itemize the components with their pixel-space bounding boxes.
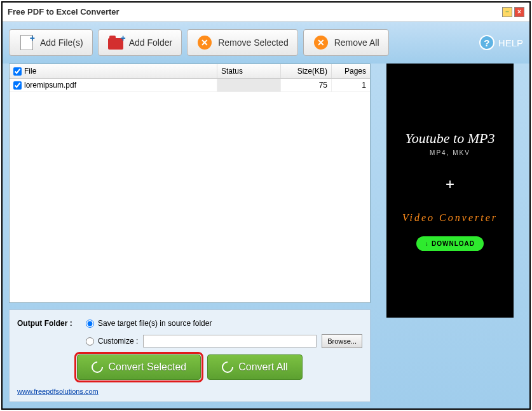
customize-label: Customize : <box>98 337 138 346</box>
ad-subtitle: MP4, MKV <box>430 149 470 156</box>
row-size: 75 <box>281 79 332 91</box>
help-label: HELP <box>498 37 523 48</box>
remove-all-button[interactable]: ✕ Remove All <box>303 29 389 56</box>
header-size[interactable]: Size(KB) <box>281 64 332 78</box>
download-icon: ↓ <box>425 240 429 247</box>
minimize-button[interactable]: – <box>502 7 512 17</box>
header-file[interactable]: File <box>10 64 217 78</box>
add-files-label: Add File(s) <box>40 37 83 48</box>
output-panel: Output Folder : Save target file(s) in s… <box>9 309 371 402</box>
refresh-icon <box>219 359 235 375</box>
row-checkbox[interactable] <box>13 81 22 90</box>
remove-selected-button[interactable]: ✕ Remove Selected <box>187 29 298 56</box>
table-header: File Status Size(KB) Pages <box>10 64 370 79</box>
output-folder-label: Output Folder : <box>17 319 81 328</box>
ad-download-label: DOWNLOAD <box>432 240 475 247</box>
window-title: Free PDF to Excel Converter <box>8 7 502 17</box>
add-folder-label: Add Folder <box>129 37 172 48</box>
left-column: File Status Size(KB) Pages loremipsum.pd… <box>9 64 371 402</box>
convert-all-label: Convert All <box>238 361 287 373</box>
main-area: File Status Size(KB) Pages loremipsum.pd… <box>3 64 529 408</box>
save-source-radio-row[interactable]: Save target file(s) in source folder <box>86 319 212 328</box>
convert-selected-button[interactable]: Convert Selected <box>77 354 201 380</box>
convert-selected-label: Convert Selected <box>108 361 186 373</box>
ad-title: Youtube to MP3 <box>406 130 495 147</box>
add-folder-button[interactable]: Add Folder <box>98 29 182 56</box>
remove-all-icon: ✕ <box>313 34 329 51</box>
help-icon: ? <box>479 35 494 50</box>
convert-all-button[interactable]: Convert All <box>207 354 302 380</box>
refresh-icon <box>90 359 106 375</box>
save-source-label: Save target file(s) in source folder <box>98 319 212 328</box>
file-add-icon <box>18 34 35 51</box>
ad-banner[interactable]: Youtube to MP3 MP4, MKV + Video Converte… <box>386 64 514 318</box>
row-filename: loremipsum.pdf <box>24 81 76 90</box>
remove-all-label: Remove All <box>334 37 379 48</box>
right-column: Youtube to MP3 MP4, MKV + Video Converte… <box>377 64 523 402</box>
table-body: loremipsum.pdf 75 1 <box>10 79 370 302</box>
row-pages: 1 <box>332 79 370 91</box>
add-files-button[interactable]: Add File(s) <box>9 29 93 56</box>
file-table: File Status Size(KB) Pages loremipsum.pd… <box>9 64 371 303</box>
remove-selected-label: Remove Selected <box>218 37 289 48</box>
ad-video-converter: Video Converter <box>402 212 498 224</box>
customize-radio[interactable] <box>86 337 94 346</box>
ad-plus-icon: + <box>446 175 454 193</box>
folder-add-icon <box>107 34 124 51</box>
toolbar: Add File(s) Add Folder ✕ Remove Selected… <box>3 22 529 64</box>
ad-download-button[interactable]: ↓ DOWNLOAD <box>416 236 484 251</box>
select-all-checkbox[interactable] <box>13 67 22 76</box>
titlebar: Free PDF to Excel Converter – × <box>3 3 529 22</box>
customize-path-input[interactable] <box>143 335 317 347</box>
customize-radio-row[interactable]: Customize : <box>86 337 138 346</box>
website-link[interactable]: www.freepdfsolutions.com <box>17 387 99 395</box>
app-window: Free PDF to Excel Converter – × Add File… <box>1 1 531 410</box>
browse-button[interactable]: Browse... <box>322 334 362 348</box>
row-status <box>217 79 281 91</box>
save-source-radio[interactable] <box>86 320 94 328</box>
remove-icon: ✕ <box>196 34 213 51</box>
help-button[interactable]: ? HELP <box>479 35 523 50</box>
header-pages[interactable]: Pages <box>332 64 370 78</box>
close-button[interactable]: × <box>514 7 524 17</box>
table-row[interactable]: loremipsum.pdf 75 1 <box>10 79 370 92</box>
header-status[interactable]: Status <box>217 64 281 78</box>
